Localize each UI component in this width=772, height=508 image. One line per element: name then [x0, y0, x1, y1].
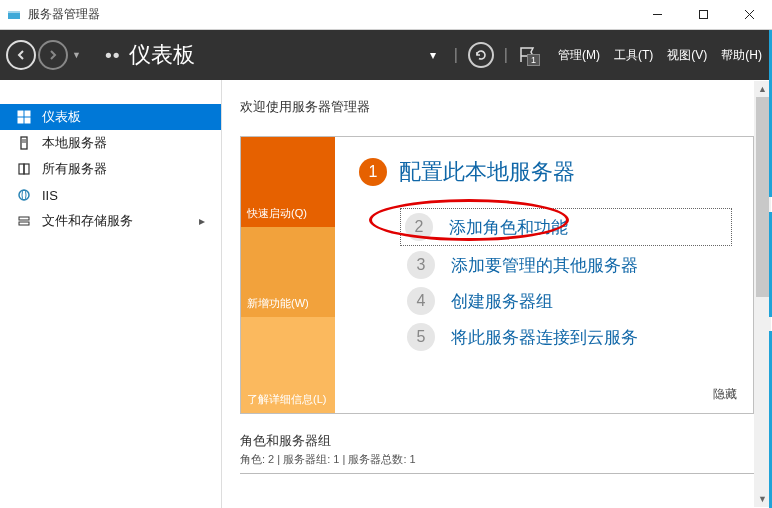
- roles-section: 角色和服务器组 角色: 2 | 服务器组: 1 | 服务器总数: 1: [240, 432, 754, 474]
- sidebar-item-local-server[interactable]: 本地服务器: [0, 130, 221, 156]
- svg-point-16: [22, 190, 26, 200]
- step-cloud-connect[interactable]: 5 将此服务器连接到云服务: [407, 323, 729, 351]
- breadcrumb-sep-icon: ••: [103, 45, 119, 66]
- tab-quickstart[interactable]: 快速启动(Q): [241, 137, 335, 227]
- separator: |: [504, 46, 508, 64]
- refresh-button[interactable]: [468, 42, 494, 68]
- roles-title: 角色和服务器组: [240, 432, 754, 450]
- sidebar-item-files-storage[interactable]: 文件和存储服务 ▸: [0, 208, 221, 234]
- step-create-group[interactable]: 4 创建服务器组: [407, 287, 729, 315]
- menu-view[interactable]: 视图(V): [667, 47, 707, 64]
- forward-button[interactable]: [38, 40, 68, 70]
- minimize-button[interactable]: [634, 0, 680, 29]
- notification-badge: 1: [527, 54, 540, 66]
- toolbar: ▼ •• 仪表板 ▾ | | 1 管理(M) 工具(T) 视图(V) 帮助(H): [0, 30, 772, 80]
- tab-whatsnew[interactable]: 新增功能(W): [241, 227, 335, 317]
- svg-rect-6: [18, 111, 23, 116]
- svg-rect-8: [18, 118, 23, 123]
- welcome-right: 1 配置此本地服务器 2 添加角色和功能 3 添加要管理的其他服务器 4 创建服…: [335, 137, 753, 413]
- dashboard-icon: [16, 110, 32, 124]
- sidebar-item-label: 文件和存储服务: [42, 212, 133, 230]
- nav-arrows: ▼: [6, 40, 89, 70]
- app-icon: [6, 7, 22, 23]
- sidebar-item-label: 本地服务器: [42, 134, 107, 152]
- step-number: 3: [407, 251, 435, 279]
- svg-point-15: [19, 190, 29, 200]
- notifications-button[interactable]: 1: [518, 46, 536, 64]
- svg-rect-17: [19, 217, 29, 220]
- svg-rect-13: [19, 164, 24, 174]
- configure-heading[interactable]: 1 配置此本地服务器: [359, 157, 729, 187]
- sidebar-item-label: IIS: [42, 188, 58, 203]
- roles-subtitle: 角色: 2 | 服务器组: 1 | 服务器总数: 1: [240, 452, 754, 467]
- menu-tools[interactable]: 工具(T): [614, 47, 653, 64]
- svg-rect-1: [8, 11, 20, 13]
- maximize-button[interactable]: [680, 0, 726, 29]
- separator: [240, 473, 754, 474]
- svg-rect-14: [24, 164, 29, 174]
- close-button[interactable]: [726, 0, 772, 29]
- sidebar-item-dashboard[interactable]: 仪表板: [0, 104, 221, 130]
- back-button[interactable]: [6, 40, 36, 70]
- history-dropdown-icon[interactable]: ▼: [72, 50, 81, 60]
- sidebar-item-iis[interactable]: IIS: [0, 182, 221, 208]
- welcome-panel: 快速启动(Q) 新增功能(W) 了解详细信息(L) 1 配置此本地服务器 2 添…: [240, 136, 754, 414]
- welcome-label: 欢迎使用服务器管理器: [240, 98, 754, 116]
- server-icon: [16, 136, 32, 150]
- titlebar: 服务器管理器: [0, 0, 772, 30]
- page-title: 仪表板: [129, 40, 428, 70]
- menu-bar: 管理(M) 工具(T) 视图(V) 帮助(H): [558, 47, 762, 64]
- step-text: 添加角色和功能: [449, 216, 568, 239]
- welcome-left-tabs: 快速启动(Q) 新增功能(W) 了解详细信息(L): [241, 137, 335, 413]
- step-number: 4: [407, 287, 435, 315]
- step-number-1: 1: [359, 158, 387, 186]
- sidebar: 仪表板 本地服务器 所有服务器 IIS 文件和存储服务 ▸: [0, 80, 222, 508]
- page-dropdown-icon[interactable]: ▾: [430, 48, 436, 62]
- svg-rect-3: [699, 11, 707, 19]
- menu-help[interactable]: 帮助(H): [721, 47, 762, 64]
- window-controls: [634, 0, 772, 29]
- svg-rect-10: [21, 137, 27, 149]
- step-number: 5: [407, 323, 435, 351]
- sidebar-item-label: 仪表板: [42, 108, 81, 126]
- sidebar-item-label: 所有服务器: [42, 160, 107, 178]
- tab-learnmore[interactable]: 了解详细信息(L): [241, 317, 335, 413]
- menu-manage[interactable]: 管理(M): [558, 47, 600, 64]
- step-text: 创建服务器组: [451, 290, 553, 313]
- step-number: 2: [405, 213, 433, 241]
- step-text: 将此服务器连接到云服务: [451, 326, 638, 349]
- separator: |: [454, 46, 458, 64]
- servers-icon: [16, 162, 32, 176]
- chevron-right-icon: ▸: [199, 214, 205, 228]
- step-add-servers[interactable]: 3 添加要管理的其他服务器: [407, 251, 729, 279]
- content-area: 欢迎使用服务器管理器 快速启动(Q) 新增功能(W) 了解详细信息(L) 1 配…: [222, 80, 772, 508]
- svg-rect-7: [25, 111, 30, 116]
- sidebar-item-all-servers[interactable]: 所有服务器: [0, 156, 221, 182]
- storage-icon: [16, 214, 32, 228]
- svg-rect-18: [19, 222, 29, 225]
- step-text: 添加要管理的其他服务器: [451, 254, 638, 277]
- heading-text: 配置此本地服务器: [399, 157, 575, 187]
- hide-link[interactable]: 隐藏: [713, 386, 737, 403]
- scrollbar-thumb[interactable]: [756, 97, 769, 297]
- window-title: 服务器管理器: [28, 6, 634, 23]
- step-add-roles[interactable]: 2 添加角色和功能: [403, 211, 729, 243]
- iis-icon: [16, 188, 32, 202]
- svg-rect-9: [25, 118, 30, 123]
